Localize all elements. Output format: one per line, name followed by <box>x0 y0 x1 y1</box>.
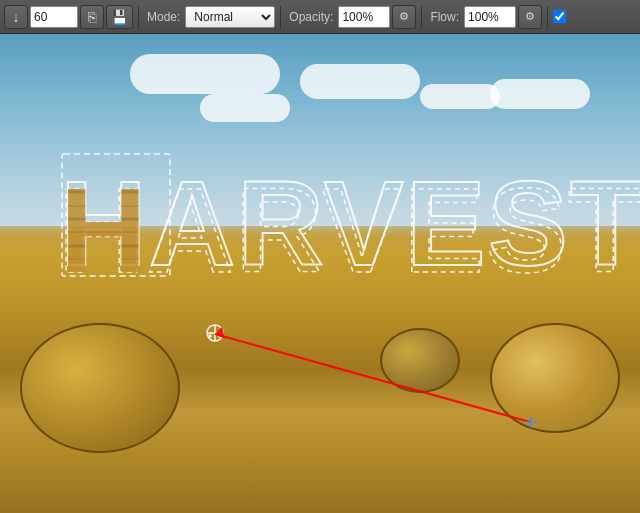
opacity-box[interactable] <box>338 6 390 28</box>
flow-input[interactable] <box>465 10 515 24</box>
aligned-checkbox[interactable] <box>553 10 566 23</box>
cloud-1 <box>130 54 280 94</box>
separator-1 <box>138 6 139 28</box>
flow-label: Flow: <box>430 10 459 24</box>
gear-icon: ⚙ <box>399 10 409 23</box>
mode-label: Mode: <box>147 10 180 24</box>
mode-select[interactable]: Normal Dissolve Multiply Screen Overlay <box>185 6 275 28</box>
cloud-5 <box>490 79 590 109</box>
hay-bale-mid <box>380 328 460 393</box>
separator-3 <box>421 6 422 28</box>
save-button[interactable]: 💾 <box>106 5 133 29</box>
brush-size-input[interactable] <box>31 10 77 24</box>
down-arrow-icon: ↓ <box>13 10 20 24</box>
cloud-4 <box>420 84 500 109</box>
clone-stamp-button[interactable]: ⎘ <box>80 5 104 29</box>
canvas-area: HARVEST HARVEST H <box>0 34 640 513</box>
cloud-3 <box>300 64 420 99</box>
toolbar: ↓ ⎘ 💾 Mode: Normal Dissolve Multiply Scr… <box>0 0 640 34</box>
flow-settings-button[interactable]: ⚙ <box>518 5 542 29</box>
cloud-2 <box>200 94 290 122</box>
airbrush-icon: ⚙ <box>525 10 535 23</box>
flow-box[interactable] <box>464 6 516 28</box>
opacity-settings-button[interactable]: ⚙ <box>392 5 416 29</box>
opacity-label: Opacity: <box>289 10 333 24</box>
hay-bale-left <box>20 323 180 453</box>
aligned-wrap[interactable] <box>553 10 575 23</box>
brush-size-box[interactable] <box>30 6 78 28</box>
clone-stamp-icon: ⎘ <box>88 10 96 24</box>
hay-bale-right <box>490 323 620 433</box>
separator-2 <box>280 6 281 28</box>
sample-all-layers-button[interactable]: ↓ <box>4 5 28 29</box>
separator-4 <box>547 6 548 28</box>
opacity-input[interactable] <box>339 10 389 24</box>
save-icon: 💾 <box>111 10 128 24</box>
